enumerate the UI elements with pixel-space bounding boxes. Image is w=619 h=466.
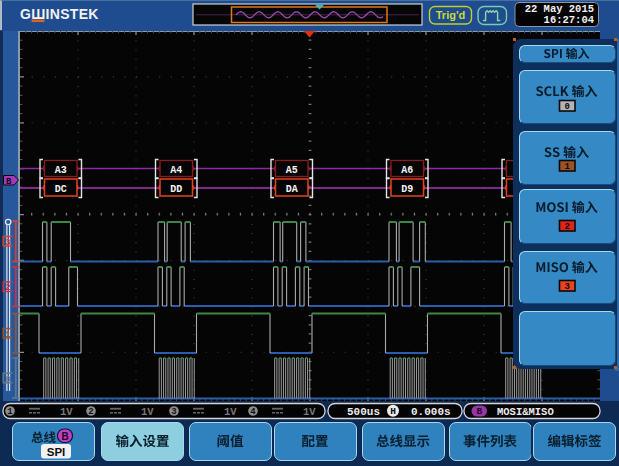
svg-text:H: H <box>390 406 396 417</box>
svg-text:1: 1 <box>564 162 570 172</box>
svg-text:MOSI&MISO: MOSI&MISO <box>497 406 554 418</box>
svg-text:3: 3 <box>564 282 569 292</box>
svg-text:0.000s: 0.000s <box>411 406 451 418</box>
svg-text:500us: 500us <box>347 406 380 418</box>
svg-text:1V: 1V <box>303 406 316 418</box>
svg-text:B: B <box>476 406 482 417</box>
svg-text:3: 3 <box>171 407 176 417</box>
svg-text:4: 4 <box>250 407 256 417</box>
svg-text:1: 1 <box>7 407 13 417</box>
svg-text:1V: 1V <box>60 406 73 418</box>
svg-text:0: 0 <box>564 102 569 112</box>
svg-text:2: 2 <box>564 222 569 232</box>
svg-text:B: B <box>61 431 68 442</box>
svg-text:2: 2 <box>88 407 93 417</box>
svg-text:1V: 1V <box>141 406 154 418</box>
svg-text:SPI: SPI <box>47 446 66 458</box>
svg-text:1V: 1V <box>224 406 237 418</box>
